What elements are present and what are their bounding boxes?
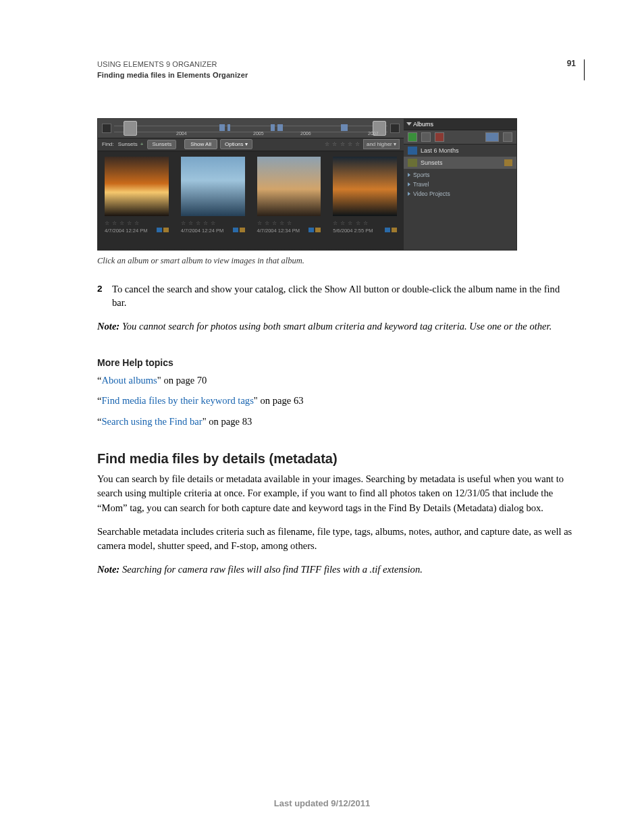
find-tag-chip[interactable]: Sunsets	[147, 140, 176, 149]
timeline-year: 2005	[253, 131, 264, 136]
note-label: Note:	[97, 321, 119, 332]
step-text: To cancel the search and show your catal…	[112, 282, 576, 310]
delete-album-icon[interactable]	[435, 132, 444, 142]
rating-mode-dropdown[interactable]: and higher ▾	[363, 139, 400, 149]
album-dropdown-icon[interactable]	[421, 132, 431, 142]
section-heading: Find media files by details (metadata)	[97, 451, 576, 467]
note-label: Note:	[97, 564, 119, 575]
help-reference: “Find media files by their keyword tags"…	[97, 394, 576, 407]
media-thumbnail[interactable]: ☆ ☆ ☆ ☆ ☆4/7/2004 12:24 PM	[181, 157, 245, 246]
albums-panel: Albums Last 6 Months Sunsets Sports Trav…	[404, 119, 516, 250]
screenshot-figure: 2004 2005 2006 2007 Find: Sunsets + Suns…	[97, 118, 576, 266]
note-block: Note: Searching for camera raw files wil…	[97, 563, 576, 576]
page-number: 91	[567, 59, 576, 68]
edit-album-icon[interactable]	[485, 132, 499, 142]
album-group-item[interactable]: Travel	[406, 180, 514, 189]
chevron-right-icon	[408, 192, 410, 196]
thumb-date: 5/6/2004 2:55 PM	[333, 228, 373, 234]
help-link[interactable]: Find media files by their keyword tags	[101, 395, 253, 406]
tag-icon[interactable]	[503, 132, 512, 142]
help-reference: “Search using the Find bar" on page 83	[97, 415, 576, 428]
album-group-item[interactable]: Video Projects	[406, 189, 514, 199]
body-paragraph: Searchable metadata includes criteria su…	[97, 525, 576, 553]
step-item: 2 To cancel the search and show your cat…	[97, 282, 576, 310]
add-album-icon[interactable]	[408, 132, 417, 142]
timeline-year: 2007	[368, 131, 379, 136]
find-label: Find:	[102, 141, 114, 147]
help-link[interactable]: Search using the Find bar	[101, 416, 202, 427]
albums-panel-header[interactable]: Albums	[404, 119, 516, 130]
albums-toolbar	[404, 130, 516, 145]
timeline-year: 2006	[300, 131, 311, 136]
note-block: Note: You cannot search for photos using…	[97, 319, 576, 333]
timeline-next-button[interactable]	[390, 124, 400, 133]
smart-album-item[interactable]: Last 6 Months	[404, 145, 516, 157]
find-term: Sunsets	[118, 141, 138, 147]
disclosure-triangle-icon	[406, 122, 412, 126]
help-link[interactable]: About albums	[101, 375, 157, 386]
note-text: You cannot search for photos using both …	[119, 321, 552, 332]
thumb-date: 4/7/2004 12:34 PM	[257, 228, 300, 234]
figure-caption: Click an album or smart album to view im…	[97, 256, 576, 266]
step-number: 2	[97, 283, 112, 310]
chapter-title: Finding media files in Elements Organize…	[97, 70, 248, 80]
note-text: Searching for camera raw files will also…	[119, 564, 423, 575]
options-dropdown[interactable]: Options ▾	[220, 139, 252, 149]
doc-title: USING ELEMENTS 9 ORGANIZER	[97, 59, 248, 70]
thumb-date: 4/7/2004 12:24 PM	[105, 228, 147, 234]
share-icon	[504, 159, 512, 166]
timeline-strip: 2004 2005 2006 2007	[98, 119, 404, 138]
organizer-screenshot: 2004 2005 2006 2007 Find: Sunsets + Suns…	[97, 118, 517, 251]
smart-album-icon	[408, 159, 417, 167]
help-reference: “About albums" on page 70	[97, 373, 576, 387]
timeline-prev-button[interactable]	[102, 124, 111, 133]
smart-album-item-selected[interactable]: Sunsets	[404, 157, 516, 169]
media-thumbnail[interactable]: ☆ ☆ ☆ ☆ ☆4/7/2004 12:34 PM	[257, 157, 321, 246]
chevron-right-icon	[408, 182, 410, 186]
rating-filter-stars[interactable]: ☆ ☆ ☆ ☆ ☆	[325, 141, 360, 147]
chevron-right-icon	[408, 173, 410, 177]
show-all-button[interactable]: Show All	[184, 139, 217, 149]
thumb-date: 4/7/2004 12:24 PM	[181, 228, 223, 234]
media-thumbnail[interactable]: ☆ ☆ ☆ ☆ ☆5/6/2004 2:55 PM	[333, 157, 397, 246]
smart-album-icon	[408, 147, 417, 155]
timeline-year: 2004	[176, 131, 187, 136]
page-footer: Last updated 9/12/2011	[0, 798, 644, 808]
album-group-item[interactable]: Sports	[406, 170, 514, 180]
body-paragraph: You can search by file details or metada…	[97, 472, 576, 515]
find-bar: Find: Sunsets + Sunsets Show All Options…	[98, 138, 404, 151]
page-header: USING ELEMENTS 9 ORGANIZER Finding media…	[97, 59, 585, 80]
media-thumbnail[interactable]: ☆ ☆ ☆ ☆ ☆4/7/2004 12:24 PM	[105, 157, 169, 246]
more-help-heading: More Help topics	[97, 357, 576, 368]
